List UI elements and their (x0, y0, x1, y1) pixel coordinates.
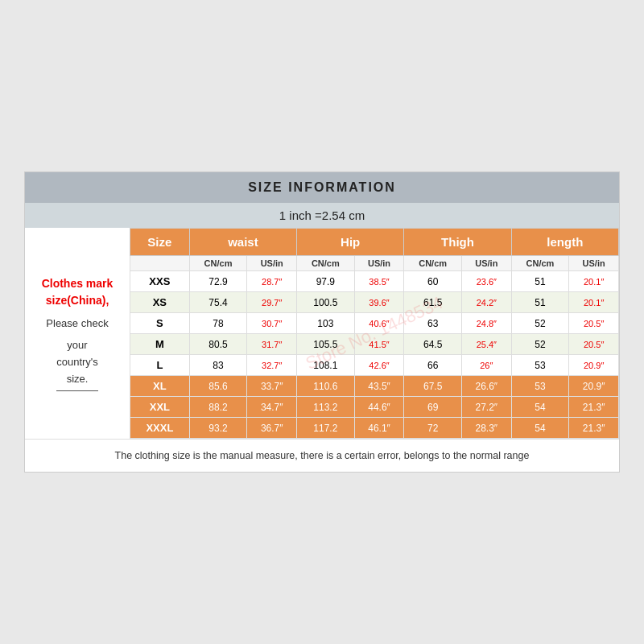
subh-hip-us: US/in (354, 256, 404, 271)
data-cell: 38.5″ (354, 271, 404, 292)
main-content: Clothes mark size(China), Please check y… (25, 228, 619, 439)
col-hip: Hip (297, 229, 404, 256)
data-cell: 52 (511, 334, 569, 355)
table-subheader-row: CN/cm US/in CN/cm US/in CN/cm US/in CN/c… (130, 256, 619, 271)
size-cell: S (130, 313, 190, 334)
data-cell: 42.6″ (354, 355, 404, 376)
data-cell: 52 (511, 313, 569, 334)
table-row: XXL88.234.7″113.244.6″6927.2″5421.3″ (130, 397, 619, 418)
data-cell: 80.5 (189, 334, 247, 355)
country-size-text: your country's size. (56, 337, 98, 391)
size-cell: M (130, 334, 190, 355)
subh-thigh-cn: CN/cm (404, 256, 462, 271)
table-wrap: Store No. 1448534 Size waist Hip Thigh l… (130, 228, 619, 439)
size-cell: XXXL (130, 418, 190, 439)
size-cell: XS (130, 292, 190, 313)
please-check-text: Please check (46, 316, 108, 332)
data-cell: 66 (404, 355, 462, 376)
table-header-row: Size waist Hip Thigh length (130, 229, 619, 256)
data-cell: 53 (511, 355, 569, 376)
data-cell: 20.9″ (569, 376, 619, 397)
data-cell: 34.7″ (247, 397, 297, 418)
size-cell: XXL (130, 397, 190, 418)
clothes-mark-text: Clothes mark size(China), (42, 275, 114, 309)
data-cell: 61.5 (404, 292, 462, 313)
data-cell: 113.2 (297, 397, 355, 418)
data-cell: 33.7″ (247, 376, 297, 397)
data-cell: 39.6″ (354, 292, 404, 313)
data-cell: 21.3″ (569, 397, 619, 418)
data-cell: 85.6 (189, 376, 247, 397)
data-cell: 28.7″ (247, 271, 297, 292)
data-cell: 100.5 (297, 292, 355, 313)
footer-note: The clothing size is the manual measure,… (25, 439, 619, 472)
data-cell: 20.5″ (569, 334, 619, 355)
table-row: XXS72.928.7″97.938.5″6023.6″5120.1″ (130, 271, 619, 292)
inch-note: 1 inch =2.54 cm (25, 203, 619, 228)
col-size: Size (130, 229, 190, 256)
data-cell: 24.2″ (461, 292, 511, 313)
data-cell: 72 (404, 418, 462, 439)
left-label-area: Clothes mark size(China), Please check y… (25, 228, 130, 439)
data-cell: 64.5 (404, 334, 462, 355)
table-row: XXXL93.236.7″117.246.1″7228.3″5421.3″ (130, 418, 619, 439)
table-body: XXS72.928.7″97.938.5″6023.6″5120.1″XS75.… (130, 271, 619, 439)
subh-hip-cn: CN/cm (297, 256, 355, 271)
data-cell: 67.5 (404, 376, 462, 397)
data-cell: 54 (511, 397, 569, 418)
subh-waist-cn: CN/cm (189, 256, 247, 271)
data-cell: 40.6″ (354, 313, 404, 334)
data-cell: 54 (511, 418, 569, 439)
subh-thigh-us: US/in (461, 256, 511, 271)
table-row: L8332.7″108.142.6″6626″5320.9″ (130, 355, 619, 376)
data-cell: 97.9 (297, 271, 355, 292)
data-cell: 69 (404, 397, 462, 418)
data-cell: 117.2 (297, 418, 355, 439)
data-cell: 105.5 (297, 334, 355, 355)
col-waist: waist (189, 229, 296, 256)
data-cell: 20.9″ (569, 355, 619, 376)
data-cell: 51 (511, 271, 569, 292)
data-cell: 26″ (461, 355, 511, 376)
subh-waist-us: US/in (247, 256, 297, 271)
data-cell: 51 (511, 292, 569, 313)
data-cell: 83 (189, 355, 247, 376)
data-cell: 46.1″ (354, 418, 404, 439)
size-cell: XL (130, 376, 190, 397)
data-cell: 93.2 (189, 418, 247, 439)
data-cell: 29.7″ (247, 292, 297, 313)
size-table: Size waist Hip Thigh length CN/cm US/in … (130, 228, 619, 439)
data-cell: 78 (189, 313, 247, 334)
col-thigh: Thigh (404, 229, 511, 256)
data-cell: 20.1″ (569, 292, 619, 313)
data-cell: 36.7″ (247, 418, 297, 439)
size-cell: XXS (130, 271, 190, 292)
chart-title: SIZE INFORMATION (25, 172, 619, 203)
table-row: XL85.633.7″110.643.5″67.526.6″5320.9″ (130, 376, 619, 397)
data-cell: 20.1″ (569, 271, 619, 292)
table-row: S7830.7″10340.6″6324.8″5220.5″ (130, 313, 619, 334)
subh-blank (130, 256, 190, 271)
col-length: length (511, 229, 618, 256)
subh-length-cn: CN/cm (511, 256, 569, 271)
data-cell: 24.8″ (461, 313, 511, 334)
data-cell: 23.6″ (461, 271, 511, 292)
data-cell: 41.5″ (354, 334, 404, 355)
table-row: XS75.429.7″100.539.6″61.524.2″5120.1″ (130, 292, 619, 313)
data-cell: 110.6 (297, 376, 355, 397)
data-cell: 103 (297, 313, 355, 334)
data-cell: 75.4 (189, 292, 247, 313)
data-cell: 60 (404, 271, 462, 292)
data-cell: 25.4″ (461, 334, 511, 355)
data-cell: 63 (404, 313, 462, 334)
data-cell: 32.7″ (247, 355, 297, 376)
data-cell: 27.2″ (461, 397, 511, 418)
data-cell: 26.6″ (461, 376, 511, 397)
data-cell: 44.6″ (354, 397, 404, 418)
subh-length-us: US/in (569, 256, 619, 271)
data-cell: 30.7″ (247, 313, 297, 334)
data-cell: 53 (511, 376, 569, 397)
size-chart-container: SIZE INFORMATION 1 inch =2.54 cm Clothes… (24, 171, 620, 473)
data-cell: 108.1 (297, 355, 355, 376)
data-cell: 88.2 (189, 397, 247, 418)
